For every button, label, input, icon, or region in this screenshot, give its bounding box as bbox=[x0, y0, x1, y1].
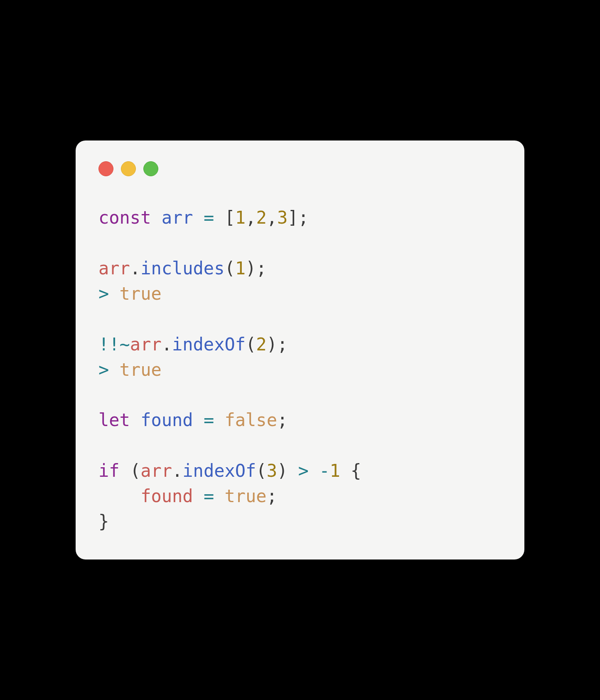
code-token: !!~ bbox=[98, 334, 130, 355]
code-token: . bbox=[172, 461, 182, 481]
code-token bbox=[214, 486, 224, 506]
code-token bbox=[109, 283, 119, 304]
code-token: true bbox=[120, 283, 162, 304]
code-token: , bbox=[267, 207, 277, 228]
code-token: const bbox=[98, 207, 151, 228]
code-token: , bbox=[246, 207, 256, 228]
code-token: 1 bbox=[330, 461, 340, 481]
code-token: found bbox=[140, 486, 193, 506]
traffic-lights bbox=[98, 161, 502, 176]
code-token bbox=[214, 410, 224, 430]
code-token: ( bbox=[224, 258, 235, 279]
code-token: ( bbox=[130, 461, 140, 481]
code-token: 2 bbox=[256, 207, 266, 228]
code-token bbox=[193, 410, 204, 430]
code-token: { bbox=[351, 461, 361, 481]
code-token: arr bbox=[140, 461, 172, 481]
close-icon[interactable] bbox=[98, 161, 113, 176]
code-token: [ bbox=[224, 207, 235, 228]
code-token bbox=[193, 486, 204, 506]
code-token: indexOf bbox=[182, 461, 256, 481]
code-token: ]; bbox=[288, 207, 309, 228]
code-token: = bbox=[204, 207, 214, 228]
code-token bbox=[340, 461, 351, 481]
code-token: ; bbox=[267, 486, 277, 506]
code-token: } bbox=[98, 511, 109, 532]
code-token: 3 bbox=[267, 461, 277, 481]
code-token: if bbox=[98, 461, 120, 481]
code-token: = bbox=[204, 410, 214, 430]
code-token: ); bbox=[246, 258, 267, 279]
code-token: let bbox=[98, 410, 130, 430]
code-token: includes bbox=[140, 258, 224, 279]
code-token bbox=[193, 207, 204, 228]
code-token: . bbox=[162, 334, 172, 355]
code-token: > bbox=[298, 461, 309, 481]
code-token: arr bbox=[98, 258, 130, 279]
code-token bbox=[288, 461, 298, 481]
code-token: false bbox=[224, 410, 277, 430]
code-window: const arr = [1,2,3]; arr.includes(1); > … bbox=[76, 140, 524, 560]
code-token bbox=[309, 461, 319, 481]
code-token bbox=[151, 207, 161, 228]
code-token bbox=[120, 461, 130, 481]
minimize-icon[interactable] bbox=[121, 161, 136, 176]
code-token: ( bbox=[256, 461, 266, 481]
code-token: arr bbox=[162, 207, 193, 228]
code-token: ) bbox=[277, 461, 288, 481]
code-token: > bbox=[98, 360, 109, 380]
code-token: ( bbox=[246, 334, 256, 355]
code-token bbox=[98, 486, 140, 506]
code-token: - bbox=[319, 461, 330, 481]
code-token bbox=[109, 360, 119, 380]
code-token: indexOf bbox=[172, 334, 246, 355]
code-token: = bbox=[204, 486, 214, 506]
code-token bbox=[214, 207, 224, 228]
code-token: 3 bbox=[277, 207, 288, 228]
maximize-icon[interactable] bbox=[143, 161, 158, 176]
code-token: ); bbox=[267, 334, 288, 355]
code-token: . bbox=[130, 258, 140, 279]
code-token: ; bbox=[277, 410, 288, 430]
code-token: 1 bbox=[235, 207, 246, 228]
code-block: const arr = [1,2,3]; arr.includes(1); > … bbox=[98, 205, 502, 535]
code-token: 1 bbox=[235, 258, 246, 279]
code-token: true bbox=[120, 360, 162, 380]
code-token: 2 bbox=[256, 334, 266, 355]
code-token bbox=[130, 410, 140, 430]
code-token: arr bbox=[130, 334, 162, 355]
code-token: found bbox=[140, 410, 193, 430]
code-token: > bbox=[98, 283, 109, 304]
code-token: true bbox=[224, 486, 266, 506]
